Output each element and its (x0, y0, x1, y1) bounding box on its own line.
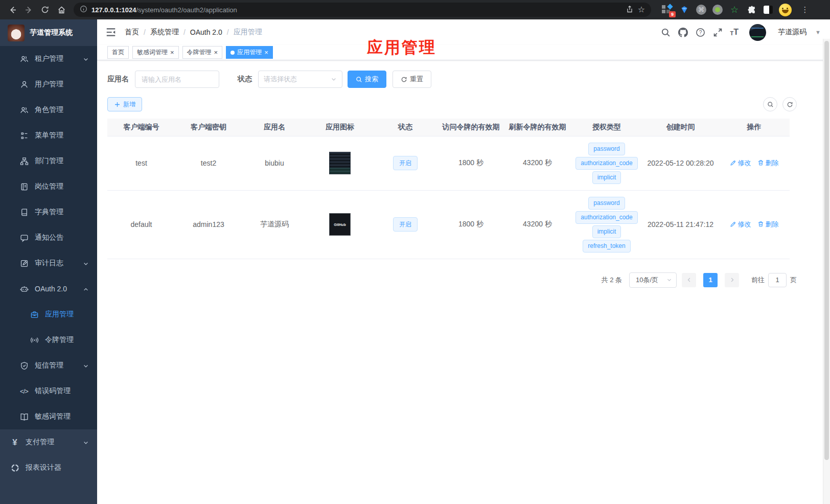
breadcrumb-item[interactable]: 首页 (125, 28, 139, 37)
active-dot (230, 51, 235, 55)
grant-type-tag: refresh_token (583, 240, 630, 253)
tab-home[interactable]: 首页 (107, 46, 129, 59)
sidebar-item-report-designer[interactable]: 报表设计器 (0, 455, 97, 480)
browser-forward-icon[interactable] (21, 3, 36, 17)
page-scrollbar[interactable] (823, 39, 830, 504)
edit-link[interactable]: 修改 (730, 158, 751, 168)
sidebar-item-audit-log[interactable]: 审计日志 (0, 250, 97, 276)
tab-token[interactable]: 令牌管理× (182, 46, 223, 59)
github-dark-thumbnail: GitHub (329, 213, 351, 236)
grant-type-tag: authorization_code (575, 211, 637, 224)
sidebar-item-label: 错误码管理 (35, 386, 71, 396)
column-header: 访问令牌的有效期 (438, 119, 504, 136)
edit-link[interactable]: 修改 (730, 220, 751, 229)
sidebar-item-oauth2-token[interactable]: 令牌管理 (0, 327, 97, 353)
sidebar-item-post[interactable]: 岗位管理 (0, 174, 97, 199)
sidebar-item-pay[interactable]: ¥支付管理 (0, 429, 97, 455)
column-header: 授权类型 (571, 119, 642, 136)
user-name[interactable]: 芋道源码 (778, 28, 806, 37)
user-caret-icon[interactable]: ▼ (815, 29, 821, 35)
search-icon (356, 76, 362, 83)
tab-sensitive-word[interactable]: 敏感词管理× (132, 46, 179, 59)
user-avatar[interactable] (749, 24, 766, 41)
record-extension-icon[interactable] (712, 5, 723, 15)
breadcrumb-item[interactable]: OAuth 2.0 (190, 28, 222, 36)
chevron-left-icon (686, 277, 692, 283)
github-icon[interactable] (678, 28, 688, 37)
sidebar-item-sms[interactable]: 短信管理 (0, 353, 97, 378)
page-size-select[interactable]: 10条/页 (629, 272, 677, 288)
sidebar-item-user[interactable]: 用户管理 (0, 72, 97, 97)
sidebar-item-dept[interactable]: 部门管理 (0, 148, 97, 174)
browser-home-icon[interactable] (54, 3, 68, 17)
address-bar[interactable]: 127.0.0.1:1024/system/oauth2/oauth2/appl… (74, 3, 651, 17)
sidebar-item-label: 角色管理 (35, 105, 63, 114)
sidebar-item-menu[interactable]: 菜单管理 (0, 123, 97, 148)
reset-button[interactable]: 重置 (393, 71, 431, 88)
prev-page-button[interactable] (682, 273, 696, 287)
extension-badged-icon[interactable]: 9 (661, 4, 673, 15)
cell-refresh-ttl: 43200 秒 (504, 136, 571, 190)
gem-extension-icon[interactable] (679, 4, 690, 15)
sidebar-item-error-code[interactable]: </>错误码管理 (0, 378, 97, 404)
refresh-table-button[interactable] (782, 97, 797, 111)
help-icon[interactable]: ? (696, 28, 705, 37)
header-search-icon[interactable] (661, 28, 671, 37)
sidebar-menu: 租户管理用户管理角色管理菜单管理部门管理岗位管理字典管理通知公告审计日志OAut… (0, 46, 97, 480)
sidebar-item-sensitive-word[interactable]: 敏感词管理 (0, 404, 97, 429)
sidebar-item-label: 报表设计器 (26, 463, 61, 472)
menu-kebab-icon[interactable]: ⋮ (798, 3, 812, 17)
app-name-input[interactable] (135, 71, 219, 88)
table-toolbar: 新增 (107, 97, 797, 111)
org-chart-icon (19, 156, 29, 166)
side-panel-icon[interactable] (764, 6, 773, 14)
status-select[interactable]: 请选择状态 (258, 71, 342, 88)
edit-log-icon (19, 259, 29, 268)
chevron-right-icon (729, 277, 735, 283)
sidebar-item-role[interactable]: 角色管理 (0, 97, 97, 123)
profile-avatar[interactable] (779, 4, 792, 16)
sidebar-item-label: 审计日志 (35, 259, 63, 268)
user-group-icon (19, 54, 29, 63)
close-icon[interactable]: × (264, 49, 268, 56)
bookmark-star-icon[interactable]: ☆ (638, 6, 645, 14)
delete-link[interactable]: 删除 (757, 158, 779, 168)
close-icon[interactable]: × (170, 49, 174, 56)
toggle-search-button[interactable] (763, 97, 777, 111)
chevron-down-icon (83, 260, 89, 266)
column-header: 客户端编号 (107, 119, 175, 136)
grant-type-tag: authorization_code (575, 157, 637, 170)
next-page-button[interactable] (725, 273, 739, 287)
fullscreen-icon[interactable] (713, 28, 723, 37)
chart-donut-icon (10, 463, 19, 472)
sidebar-item-notice[interactable]: 通知公告 (0, 225, 97, 250)
star-extension-icon[interactable]: ☆ (729, 4, 740, 15)
add-button[interactable]: 新增 (107, 97, 142, 111)
command-extension-icon[interactable]: ⌘ (696, 5, 706, 15)
close-icon[interactable]: × (214, 49, 218, 56)
tab-application[interactable]: 应用管理× (226, 46, 273, 59)
browser-back-icon[interactable] (5, 3, 19, 17)
sidebar-item-tenant[interactable]: 租户管理 (0, 46, 97, 72)
scrollbar-thumb[interactable] (824, 41, 829, 460)
sidebar-collapse-icon[interactable] (105, 27, 117, 38)
grant-type-tags: passwordauthorization_codeimplicit (571, 143, 642, 184)
delete-link[interactable]: 删除 (757, 220, 779, 229)
sidebar-item-label: 令牌管理 (45, 335, 74, 345)
browser-reload-icon[interactable] (38, 3, 52, 17)
sidebar-item-oauth2[interactable]: OAuth 2.0 (0, 276, 97, 302)
search-button[interactable]: 搜索 (348, 71, 386, 88)
dictionary-icon (19, 208, 29, 217)
site-info-icon[interactable] (80, 5, 87, 14)
goto-page-input[interactable] (768, 273, 787, 287)
cell-grant-types: passwordauthorization_codeimplicit (571, 136, 642, 190)
breadcrumb-item[interactable]: 系统管理 (150, 28, 179, 37)
share-icon[interactable] (626, 5, 634, 15)
extensions-puzzle-icon[interactable] (746, 4, 757, 15)
sidebar-item-dict[interactable]: 字典管理 (0, 199, 97, 225)
sidebar-item-oauth2-application[interactable]: 应用管理 (0, 302, 97, 327)
page-number-current[interactable]: 1 (703, 273, 718, 287)
app-logo-bar[interactable]: 芋道管理系统 (0, 19, 97, 46)
font-size-icon[interactable]: TT (730, 28, 739, 36)
sidebar-item-label: 菜单管理 (35, 131, 63, 140)
